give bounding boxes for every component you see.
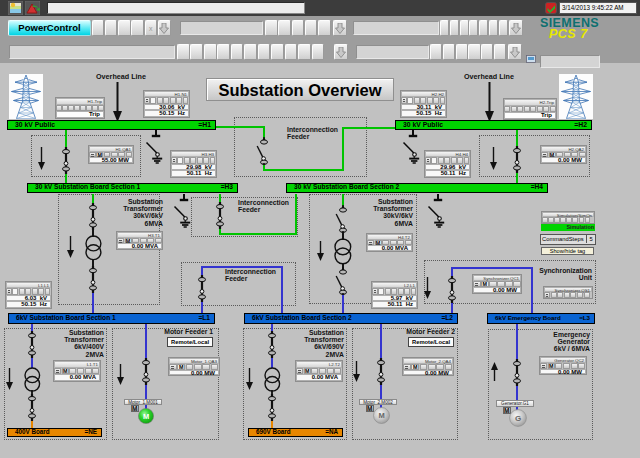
svg-text:M: M xyxy=(378,411,384,420)
svg-text:G: G xyxy=(514,414,520,423)
svg-text:M: M xyxy=(142,411,148,420)
